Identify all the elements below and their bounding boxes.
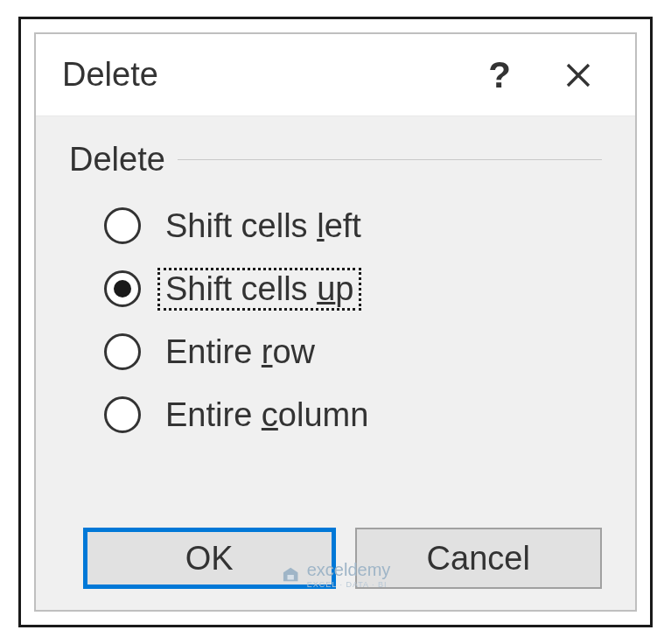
group-divider bbox=[178, 159, 602, 160]
delete-dialog: Delete ? Delete Shift cells left bbox=[34, 32, 637, 612]
radio-button-icon bbox=[104, 270, 141, 307]
radio-label: Entire column bbox=[158, 395, 375, 436]
radio-button-icon bbox=[104, 207, 141, 244]
radio-shift-cells-left[interactable]: Shift cells left bbox=[104, 201, 602, 250]
radio-label: Entire row bbox=[158, 332, 322, 373]
titlebar: Delete ? bbox=[36, 34, 635, 116]
radio-label: Shift cells up bbox=[158, 269, 360, 310]
dialog-body: Delete Shift cells left Shift cells up bbox=[36, 116, 635, 610]
radio-button-icon bbox=[104, 333, 141, 370]
group-title: Delete bbox=[69, 141, 178, 178]
radio-entire-row[interactable]: Entire row bbox=[104, 327, 602, 376]
radio-shift-cells-up[interactable]: Shift cells up bbox=[104, 264, 602, 313]
ok-button[interactable]: OK bbox=[83, 528, 336, 589]
cancel-button[interactable]: Cancel bbox=[355, 528, 603, 589]
radio-entire-column[interactable]: Entire column bbox=[104, 390, 602, 439]
button-row: OK Cancel bbox=[69, 528, 602, 589]
dialog-title: Delete bbox=[62, 56, 460, 94]
radio-button-icon bbox=[104, 396, 141, 433]
close-icon[interactable] bbox=[539, 34, 618, 116]
help-icon[interactable]: ? bbox=[460, 34, 539, 116]
screenshot-frame: Delete ? Delete Shift cells left bbox=[18, 17, 653, 627]
radio-group: Shift cells left Shift cells up Entire r… bbox=[69, 201, 602, 439]
group-header: Delete bbox=[69, 141, 602, 178]
radio-label: Shift cells left bbox=[158, 206, 368, 247]
